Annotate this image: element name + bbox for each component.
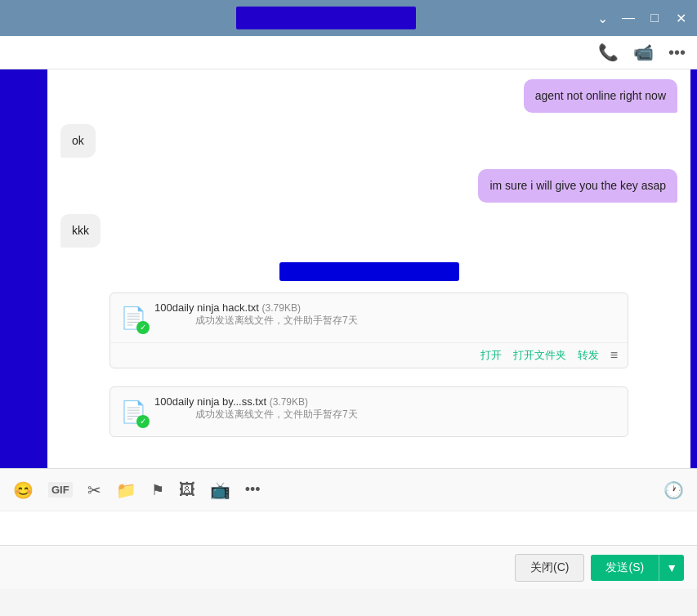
phone-call-icon[interactable]: 📞	[598, 42, 619, 62]
window-controls: ⌄ — □ ✕	[594, 11, 689, 26]
message-input[interactable]	[13, 520, 684, 533]
file-open-btn[interactable]: 打开	[480, 348, 502, 363]
file-forward-btn[interactable]: 转发	[578, 348, 599, 363]
gif-icon[interactable]: GIF	[48, 482, 73, 498]
message-row: im sure i will give you the key asap	[60, 169, 677, 203]
sent-bubble: im sure i will give you the key asap	[478, 169, 677, 203]
sent-bubble: agent not online right now	[524, 79, 677, 113]
message-text: agent not online right now	[535, 89, 666, 102]
message-row: agent not online right now	[60, 79, 677, 113]
file-card-top: 📄 ✓ 100daily ninja hack.txt (3.79KB) 成功发…	[110, 293, 628, 342]
file-info: 100daily ninja hack.txt (3.79KB) 成功发送离线文…	[154, 301, 618, 334]
file-status-2: 成功发送离线文件，文件助手暂存7天	[154, 408, 618, 428]
message-text: im sure i will give you the key asap	[489, 179, 666, 192]
close-window-btn[interactable]: ✕	[672, 11, 689, 26]
close-chat-btn[interactable]: 关闭(C)	[515, 554, 584, 582]
file-card-2: 📄 ✓ 100daily ninja by...ss.txt (3.79KB) …	[109, 386, 628, 437]
minimize-btn[interactable]: —	[620, 11, 637, 25]
more-options-icon[interactable]: •••	[668, 43, 686, 62]
file-info-2: 100daily ninja by...ss.txt (3.79KB) 成功发送…	[154, 395, 618, 428]
received-bubble: kkk	[60, 214, 101, 248]
emoji-icon[interactable]: 😊	[13, 480, 34, 500]
toolbar: 😊 GIF ✂ 📁 ⚑ 🖼 📺 ••• 🕐	[0, 468, 697, 511]
send-btn[interactable]: 发送(S)	[591, 555, 659, 581]
file-more-btn[interactable]: ≡	[610, 348, 618, 363]
file-open-folder-btn[interactable]: 打开文件夹	[513, 348, 566, 363]
message-row: kkk	[60, 214, 677, 248]
title-bar: ⌄ — □ ✕	[0, 0, 697, 36]
left-sidebar	[0, 69, 47, 468]
flag-icon[interactable]: ⚑	[151, 481, 164, 499]
file-card-top-2: 📄 ✓ 100daily ninja by...ss.txt (3.79KB) …	[110, 387, 628, 436]
file-sent-check-icon: ✓	[136, 321, 150, 334]
message-text: kkk	[72, 224, 89, 237]
message-row: ok	[60, 124, 677, 158]
scissors-icon[interactable]: ✂	[87, 480, 101, 500]
file-icon-wrap: 📄 ✓	[120, 306, 146, 331]
title-bar-app-name	[236, 7, 416, 29]
file-card-1: 📄 ✓ 100daily ninja hack.txt (3.79KB) 成功发…	[109, 292, 628, 368]
input-area	[0, 511, 697, 545]
chat-content: agent not online right now ok im sure i …	[47, 69, 690, 468]
file-actions: 打开 打开文件夹 转发 ≡	[110, 342, 628, 368]
file-name-2: 100daily ninja by...ss.txt (3.79KB)	[154, 395, 618, 408]
video-call-icon[interactable]: 📹	[633, 42, 654, 62]
toolbar-more-icon[interactable]: •••	[245, 481, 261, 498]
folder-icon[interactable]: 📁	[116, 480, 136, 500]
file-icon-wrap-2: 📄 ✓	[120, 400, 146, 425]
action-bar: 📞 📹 •••	[0, 36, 697, 69]
chat-area: agent not online right now ok im sure i …	[0, 69, 697, 468]
send-arrow-btn[interactable]: ▼	[659, 555, 684, 581]
received-bubble: ok	[60, 124, 96, 158]
message-text: ok	[72, 134, 84, 147]
bottom-bar: 关闭(C) 发送(S) ▼	[0, 545, 697, 589]
file-name: 100daily ninja hack.txt (3.79KB)	[154, 301, 618, 314]
file-status: 成功发送离线文件，文件助手暂存7天	[154, 314, 618, 334]
right-sidebar	[690, 69, 697, 468]
file-sent-check-icon-2: ✓	[136, 415, 150, 428]
dropdown-btn[interactable]: ⌄	[594, 11, 610, 26]
screen-capture-icon[interactable]: 📺	[210, 480, 230, 500]
clock-icon[interactable]: 🕐	[663, 480, 684, 500]
sender-label-bar	[279, 262, 459, 281]
maximize-btn[interactable]: □	[646, 11, 663, 25]
image-icon[interactable]: 🖼	[179, 480, 195, 499]
